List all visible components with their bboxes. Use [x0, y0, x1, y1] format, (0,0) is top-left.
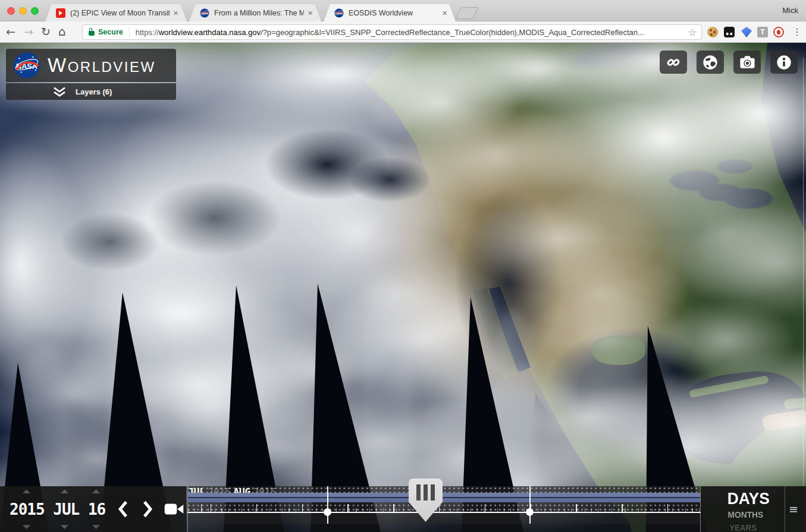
info-icon	[776, 55, 792, 70]
tab-million-miles[interactable]: From a Million Miles: The Moon ×	[189, 4, 321, 21]
nasa-icon	[334, 8, 344, 18]
layer-coverage-bar	[188, 493, 700, 497]
tab-close-icon[interactable]: ×	[442, 9, 447, 17]
globe-icon	[702, 55, 718, 70]
bookmark-star-icon[interactable]: ☆	[688, 27, 697, 38]
timeline-drag-handle[interactable]	[409, 479, 443, 522]
week-tick-marks	[188, 504, 700, 512]
date-selector-panel: ▲ ▲ ▲ 2015 JUL 16 ▼ ▼ ▼	[0, 486, 186, 532]
forward-icon[interactable]: →	[24, 25, 33, 38]
url-scheme: https://	[136, 28, 159, 37]
youtube-icon	[56, 8, 65, 18]
month-boundary-line	[529, 486, 531, 524]
year-down-icon[interactable]: ▼	[23, 524, 30, 530]
day-up-icon[interactable]: ▲	[92, 489, 100, 494]
layers-panel-toggle[interactable]: Layers (6)	[6, 83, 176, 100]
next-day-button[interactable]	[142, 500, 154, 518]
nasa-logo-icon	[13, 52, 40, 79]
day-down-icon[interactable]: ▼	[92, 524, 100, 530]
profile-name[interactable]: Mick	[782, 6, 798, 15]
window-close-button[interactable]	[7, 7, 15, 15]
animation-video-icon[interactable]	[164, 502, 184, 516]
layer-coverage-bar	[188, 498, 700, 502]
timeline-track[interactable]: JUL 2015 AUG 2015	[187, 486, 701, 532]
snapshot-button[interactable]	[733, 51, 761, 74]
back-icon[interactable]: ←	[6, 25, 15, 38]
tab-title: From a Million Miles: The Moon	[214, 9, 304, 17]
address-divider	[129, 27, 130, 37]
layer-coverage-divider	[188, 497, 700, 498]
browser-window: { "browser": { "profile_name": "Mick", "…	[0, 0, 806, 532]
kite-extension-icon[interactable]	[741, 27, 752, 37]
month-up-icon[interactable]: ▲	[61, 489, 68, 494]
cookie-extension-icon[interactable]	[707, 27, 718, 37]
tab-youtube-epic-view[interactable]: (2) EPIC View of Moon Transiti ×	[45, 4, 187, 21]
window-minimize-button[interactable]	[19, 7, 27, 15]
tab-eosdis-worldview[interactable]: EOSDIS Worldview ×	[324, 4, 456, 22]
window-zoom-button[interactable]	[31, 7, 39, 15]
timeline-axis	[187, 512, 701, 513]
address-bar[interactable]: Secure https://worldview.earthdata.nasa.…	[82, 24, 702, 40]
url-text[interactable]: https://worldview.earthdata.nasa.gov/?p=…	[136, 28, 685, 37]
timescale-panel: DAYS MONTHS YEARS ≡	[701, 486, 806, 532]
camera-icon	[739, 55, 755, 69]
timescale-divider	[785, 486, 785, 532]
worldview-brand: WORLDVIEW	[48, 54, 156, 77]
url-path: /?p=geographic&l=VIIRS_SNPP_CorrectedRef…	[261, 28, 644, 37]
month-boundary-line	[327, 486, 328, 524]
dark-extension-icon[interactable]	[724, 27, 735, 37]
info-button[interactable]	[770, 51, 798, 74]
tab-strip: (2) EPIC View of Moon Transiti × From a …	[0, 0, 806, 21]
tampermonkey-extension-icon[interactable]: T	[757, 27, 768, 37]
url-host: worldview.earthdata.nasa.gov	[159, 28, 261, 37]
home-icon[interactable]: ⌂	[58, 25, 66, 38]
secure-label: Secure	[98, 28, 123, 36]
tab-title: EOSDIS Worldview	[349, 9, 438, 17]
timescale-months[interactable]: MONTHS	[728, 510, 764, 520]
new-tab-button[interactable]	[455, 7, 479, 19]
browser-menu-icon[interactable]: ⋮	[792, 26, 802, 37]
projection-button[interactable]	[697, 51, 724, 74]
month-down-icon[interactable]: ▼	[61, 524, 68, 530]
reload-icon[interactable]: ↻	[41, 25, 51, 38]
year-up-icon[interactable]: ▲	[23, 489, 30, 494]
previous-day-button[interactable]	[117, 500, 129, 518]
current-date-display[interactable]: 2015 JUL 16	[10, 500, 105, 518]
tab-close-icon[interactable]: ×	[308, 9, 313, 17]
map-graticule-line	[803, 58, 804, 530]
timescale-days[interactable]: DAYS	[727, 490, 770, 508]
share-link-button[interactable]	[660, 51, 687, 74]
nasa-icon	[200, 8, 209, 18]
timeline-bar: ▲ ▲ ▲ 2015 JUL 16 ▼ ▼ ▼ JUL 2015 AUG 201…	[0, 486, 806, 532]
grip-bar	[431, 484, 435, 500]
lock-icon	[89, 31, 95, 36]
satellite-map-canvas[interactable]	[0, 43, 806, 532]
grip-bar	[424, 484, 428, 500]
link-icon	[666, 55, 680, 70]
worldview-header-panel: WORLDVIEW	[6, 49, 176, 82]
double-chevron-down-icon	[52, 86, 67, 97]
month-boundary-dot	[324, 508, 331, 516]
month-boundary-dot	[526, 508, 534, 516]
timescale-years[interactable]: YEARS	[729, 523, 757, 532]
grip-bar	[416, 484, 421, 500]
tab-title: (2) EPIC View of Moon Transiti	[70, 9, 170, 17]
tab-close-icon[interactable]: ×	[173, 9, 178, 17]
browser-toolbar: ← → ↻ ⌂ Secure https://worldview.earthda…	[0, 21, 806, 43]
timescale-menu-icon[interactable]: ≡	[789, 502, 798, 515]
adblock-extension-icon[interactable]	[773, 27, 784, 37]
layers-label: Layers (6)	[76, 87, 112, 96]
